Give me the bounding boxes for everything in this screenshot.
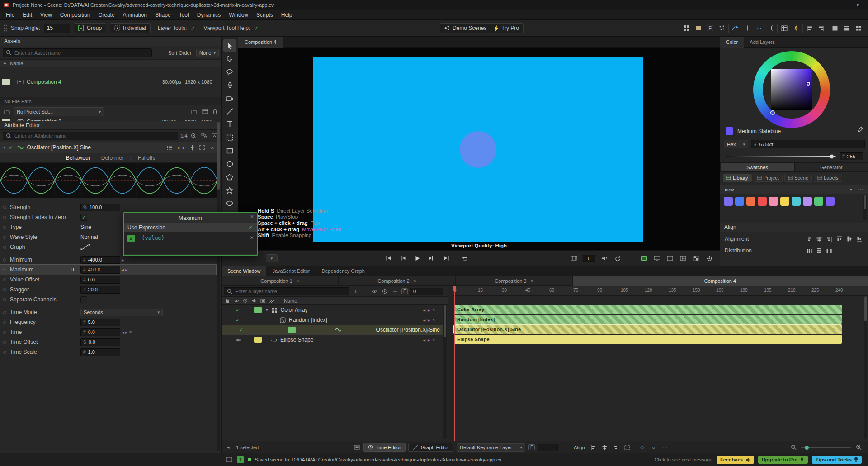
alpha-slider[interactable] [726,153,836,160]
next-frame-button[interactable] [428,254,436,262]
menu-file[interactable]: File [2,10,19,20]
expand-chevron-icon[interactable]: ▾ [266,308,268,312]
layer-row-ellipse-shape[interactable]: Ellipse Shape ◂▸○ [222,335,443,345]
next-keyframe-icon[interactable]: ▸ [125,267,127,272]
zoom-in-icon[interactable] [854,443,863,452]
prev-keyframe-icon[interactable]: ◂ [423,318,425,323]
filter-target-icon[interactable] [381,287,389,295]
comp-tab-1[interactable]: Composition 1× [222,276,339,286]
more-icon[interactable]: ⋯ [661,443,669,452]
audio-icon[interactable] [600,254,609,262]
tab-labels[interactable]: Labels [814,174,842,182]
color-wheel[interactable] [753,51,830,128]
chevron-down-icon[interactable]: ▾ [850,187,852,192]
align-left-icon[interactable] [590,443,598,452]
frequency-field[interactable]: #5.0 [80,319,120,326]
layout-rows-icon[interactable] [841,23,852,33]
filter-f-badge[interactable]: F [401,288,408,294]
swatch-set-row[interactable]: new ▾ ⋯ [720,185,868,194]
align-center-icon[interactable] [601,443,609,452]
menu-window[interactable]: Window [225,10,252,20]
graph-curve-icon[interactable] [80,244,90,250]
layer-color-chip[interactable] [288,327,296,333]
maximum-field[interactable]: #400.0 [80,266,120,274]
tab-scene[interactable]: Scene [784,174,812,182]
swatch[interactable] [746,197,755,206]
project-set-select[interactable]: No Project Set...▾ [14,107,104,116]
attribute-search-input[interactable] [14,133,175,138]
maximum-popup[interactable]: Maximum × Use Expression ✓ # -(value) × [123,212,258,256]
panel-layout-icon[interactable] [679,254,687,262]
align-frame-icon[interactable] [623,443,632,452]
track-color-array[interactable]: Color Array [454,305,842,314]
layer-row-color-array[interactable]: ✓ ▾ Color Array ◂▸○ [222,305,443,315]
sort-order-select[interactable]: None▾ [196,49,219,57]
pen-tool[interactable] [223,79,236,91]
next-keyframe-icon[interactable]: ▸ [428,338,430,342]
text-tool[interactable] [223,118,236,131]
fades-checkbox[interactable]: ✓ [80,214,87,221]
demo-scenes-button[interactable]: Demo Scenes [440,23,491,33]
swatch[interactable] [735,197,744,206]
camera-tool[interactable] [223,92,236,105]
distribute-h-icon[interactable] [805,247,813,255]
graph-editor-button[interactable]: Graph Editor [408,443,453,452]
close-button[interactable]: × [848,0,868,10]
keyframe-circle-icon[interactable]: ○ [432,308,435,313]
settings-gear-icon[interactable] [705,254,713,262]
keyframe-layer-select[interactable]: Default Keyframe Layer▾ [457,443,525,452]
more-options-icon[interactable]: ⋯ [754,23,764,33]
align-left-icon[interactable] [804,23,815,33]
tab-falloffs[interactable]: Falloffs [132,153,160,163]
prev-keyframe-icon[interactable]: ◂ [122,330,124,335]
attr-row-maximum[interactable]: Maximum Π #400.0 ◂ ▸ [0,265,216,275]
next-keyframe-icon[interactable]: ▸ [428,318,430,323]
track-oscillator[interactable]: Oscillator [Position.X] Sine [454,325,842,334]
menu-tool[interactable]: Tool [175,10,193,20]
menu-composition[interactable]: Composition [56,10,94,20]
tab-add-layers[interactable]: Add Layers [744,37,781,48]
expression-editor[interactable]: # -(value) × [124,232,257,254]
alpha-knob[interactable] [830,154,834,159]
alpha-field[interactable]: #255 [840,152,863,160]
split-view-icon[interactable] [666,254,674,262]
hex-field[interactable]: # [751,140,865,148]
time-offset-field[interactable]: S0.0 [80,338,120,346]
prev-keyframe-icon[interactable]: ◂ [423,328,425,333]
minimum-field[interactable]: #-400.0 [80,256,120,264]
connect-dot-icon[interactable] [3,351,6,354]
snap-angle-input[interactable] [44,24,70,33]
artboard-tool[interactable] [223,131,236,144]
check-icon[interactable]: ✓ [254,25,259,32]
tab-generator[interactable]: Generator [794,162,868,172]
next-message-link[interactable]: Click to see next message [655,457,712,462]
asset-color-chip[interactable] [2,79,10,85]
connect-dot-icon[interactable] [3,206,6,209]
align-right-icon[interactable] [825,235,833,243]
oscillator-header[interactable]: ▾ ✓ Oscillator [Position.X] Sine ◂ ▸ × [0,142,221,153]
group-button[interactable]: Group [74,23,106,33]
attribute-scrollbar[interactable] [217,121,220,451]
motion-path-icon[interactable] [730,23,741,33]
close-icon[interactable]: × [530,278,533,284]
menu-edit[interactable]: Edit [19,10,36,20]
prev-keyframe-icon[interactable]: ◂ [423,338,425,342]
tab-swatches[interactable]: Swatches [720,162,794,172]
keyframe-circle-icon[interactable]: ○ [432,328,434,333]
maximize-button[interactable] [828,0,848,10]
align-right-icon[interactable] [816,23,826,33]
layer-row-oscillator[interactable]: ✓ Oscillator [Position.X] Sine ◂▸○ [222,325,443,335]
asset-search-input[interactable] [14,50,149,56]
polygon-tool[interactable] [223,171,236,183]
hue-indicator[interactable] [770,110,775,115]
swatch-scrollbar[interactable] [863,195,867,220]
zoom-search-icon[interactable] [190,132,198,140]
film-icon[interactable] [570,254,578,262]
clear-expression-icon[interactable]: × [250,234,254,241]
use-expression-row[interactable]: Use Expression ✓ [124,223,257,232]
filter-list-icon[interactable] [391,287,399,295]
time-scale-field[interactable]: #1.0 [80,348,120,356]
align-right-icon[interactable] [612,443,620,452]
comp-tab-2[interactable]: Composition 2× [339,276,456,286]
align-top-icon[interactable] [835,235,843,243]
